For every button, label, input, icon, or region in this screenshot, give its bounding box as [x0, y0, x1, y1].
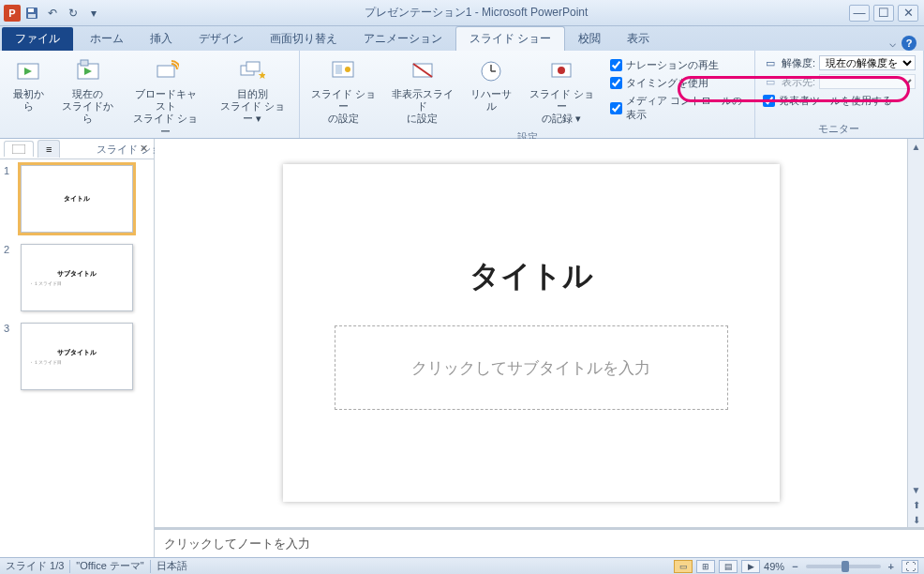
- chk-timings[interactable]: タイミングを使用: [606, 74, 747, 92]
- tab-animations[interactable]: アニメーション: [350, 27, 455, 51]
- slide-thumbnail[interactable]: サブタイトル ・１スライド目: [21, 323, 133, 390]
- next-slide-icon[interactable]: ⬇: [909, 512, 924, 527]
- play-current-icon: [73, 56, 103, 86]
- thumb-number: 1: [4, 165, 15, 233]
- show-on-select[interactable]: [819, 74, 916, 89]
- record-icon: [546, 56, 576, 86]
- broadcast-icon: [151, 56, 181, 86]
- ribbon-group-setup: スライド ショー の設定 非表示スライド に設定 リハーサル スライド ショー …: [300, 51, 755, 138]
- close-button[interactable]: ✕: [898, 5, 918, 22]
- theme-name: "Office テーマ": [76, 559, 143, 573]
- tab-slideshow[interactable]: スライド ショー: [455, 26, 565, 51]
- ribbon-tabs: ファイル ホーム 挿入 デザイン 画面切り替え アニメーション スライド ショー…: [0, 26, 924, 51]
- statusbar: スライド 1/3 "Office テーマ" 日本語 ▭ ⊞ ▤ ▶ 49% − …: [0, 557, 924, 574]
- sorter-view-button[interactable]: ⊞: [696, 560, 715, 573]
- show-on-row: ▭ 表示先:: [759, 73, 919, 90]
- scroll-up-icon[interactable]: ▲: [909, 139, 924, 154]
- notes-pane[interactable]: クリックしてノートを入力: [155, 527, 924, 557]
- slide-panel: ≡ ✕ 1 タイトル 2 サブタイトル ・１スライド目 3 サブタイトル: [0, 139, 155, 557]
- svg-rect-2: [28, 14, 36, 18]
- svg-point-21: [558, 67, 565, 74]
- slide-title-text[interactable]: タイトル: [469, 256, 593, 297]
- qat-undo-icon[interactable]: ↶: [43, 4, 62, 23]
- resolution-select[interactable]: 現在の解像度を使用: [819, 55, 916, 70]
- chk-narrations[interactable]: ナレーションの再生: [606, 56, 747, 74]
- tab-home[interactable]: ホーム: [77, 27, 137, 51]
- thumb-number: 2: [4, 244, 15, 311]
- slides-star-icon: ★: [237, 56, 267, 86]
- qat-redo-icon[interactable]: ↻: [64, 4, 82, 23]
- broadcast-button[interactable]: ブロードキャスト スライド ショー: [123, 53, 207, 142]
- rehearse-button[interactable]: リハーサル: [462, 53, 520, 116]
- ribbon-group-start: 最初から 現在の スライドから ブロードキャスト スライド ショー ★ 目的別 …: [0, 51, 300, 138]
- tab-insert[interactable]: 挿入: [137, 27, 186, 51]
- clock-icon: [476, 56, 506, 86]
- slide-counter: スライド 1/3: [6, 559, 64, 573]
- tab-design[interactable]: デザイン: [186, 27, 257, 51]
- zoom-in-button[interactable]: +: [885, 561, 898, 572]
- ribbon-minimize-icon[interactable]: ⌵: [889, 37, 896, 50]
- qat-save-icon[interactable]: [22, 4, 41, 23]
- setup-slideshow-button[interactable]: スライド ショー の設定: [304, 53, 382, 129]
- setup-icon: [328, 56, 358, 86]
- titlebar: P ↶ ↻ ▾ プレゼンテーション1 - Microsoft PowerPoin…: [0, 0, 924, 26]
- svg-rect-1: [28, 8, 34, 12]
- svg-point-14: [345, 67, 350, 72]
- minimize-button[interactable]: —: [849, 5, 870, 22]
- thumbnail-list: 1 タイトル 2 サブタイトル ・１スライド目 3 サブタイトル ・１スライド目: [0, 159, 154, 557]
- tab-view[interactable]: 表示: [614, 27, 663, 51]
- svg-text:★: ★: [258, 69, 265, 81]
- zoom-percent[interactable]: 49%: [764, 561, 784, 572]
- slide-canvas-area[interactable]: タイトル クリックしてサブタイトルを入力: [155, 139, 907, 527]
- maximize-button[interactable]: ☐: [873, 5, 894, 22]
- svg-rect-7: [81, 60, 88, 66]
- reading-view-button[interactable]: ▤: [719, 560, 738, 573]
- editor-area: タイトル クリックしてサブタイトルを入力 ▲ ▼ ⬆ ⬇ クリックしてノートを入…: [155, 139, 924, 557]
- zoom-slider[interactable]: [806, 565, 881, 568]
- slide-thumbnail[interactable]: タイトル: [21, 165, 133, 233]
- from-current-button[interactable]: 現在の スライドから: [54, 53, 121, 129]
- play-icon: [13, 56, 43, 86]
- thumb-number: 3: [4, 323, 15, 390]
- prev-slide-icon[interactable]: ⬆: [909, 497, 924, 512]
- language-indicator[interactable]: 日本語: [156, 559, 187, 573]
- tab-transitions[interactable]: 画面切り替え: [257, 27, 350, 51]
- slideshow-view-button[interactable]: ▶: [741, 560, 760, 573]
- scroll-down-icon[interactable]: ▼: [909, 482, 924, 497]
- ribbon: 最初から 現在の スライドから ブロードキャスト スライド ショー ★ 目的別 …: [0, 51, 924, 139]
- monitor-icon: ▭: [763, 75, 778, 88]
- chk-media-controls[interactable]: メディア コントロールの表示: [606, 92, 747, 124]
- zoom-out-button[interactable]: −: [788, 561, 801, 572]
- help-icon[interactable]: ?: [902, 36, 917, 51]
- fit-to-window-button[interactable]: ⛶: [902, 560, 918, 573]
- chk-presenter-view[interactable]: 発表者ツールを使用する: [759, 92, 919, 110]
- tab-review[interactable]: 校閲: [565, 27, 614, 51]
- monitor-icon: ▭: [763, 56, 778, 69]
- custom-slideshow-button[interactable]: ★ 目的別 スライド ショー ▾: [210, 53, 295, 129]
- subtitle-placeholder[interactable]: クリックしてサブタイトルを入力: [335, 325, 728, 410]
- workspace: ≡ ✕ 1 タイトル 2 サブタイトル ・１スライド目 3 サブタイトル: [0, 139, 924, 557]
- app-icon: P: [4, 5, 21, 22]
- hide-slide-button[interactable]: 非表示スライド に設定: [384, 53, 460, 129]
- resolution-row: ▭ 解像度: 現在の解像度を使用: [759, 54, 919, 71]
- qat-customize-icon[interactable]: ▾: [84, 4, 103, 23]
- ribbon-group-monitor: ▭ 解像度: 現在の解像度を使用 ▭ 表示先: 発表者ツールを使用する モニター: [755, 51, 924, 138]
- svg-rect-13: [335, 65, 342, 74]
- slide-canvas[interactable]: タイトル クリックしてサブタイトルを入力: [283, 164, 780, 502]
- record-button[interactable]: スライド ショー の記録 ▾: [522, 53, 601, 129]
- hide-slide-icon: [408, 56, 438, 86]
- vertical-scrollbar[interactable]: ▲ ▼ ⬆ ⬇: [907, 139, 924, 527]
- from-beginning-button[interactable]: 最初から: [4, 53, 52, 116]
- normal-view-button[interactable]: ▭: [674, 560, 693, 573]
- window-title: プレゼンテーション1 - Microsoft PowerPoint: [103, 5, 849, 21]
- svg-rect-8: [157, 66, 174, 77]
- tab-file[interactable]: ファイル: [2, 27, 73, 51]
- slide-thumbnail[interactable]: サブタイトル ・１スライド目: [21, 244, 133, 311]
